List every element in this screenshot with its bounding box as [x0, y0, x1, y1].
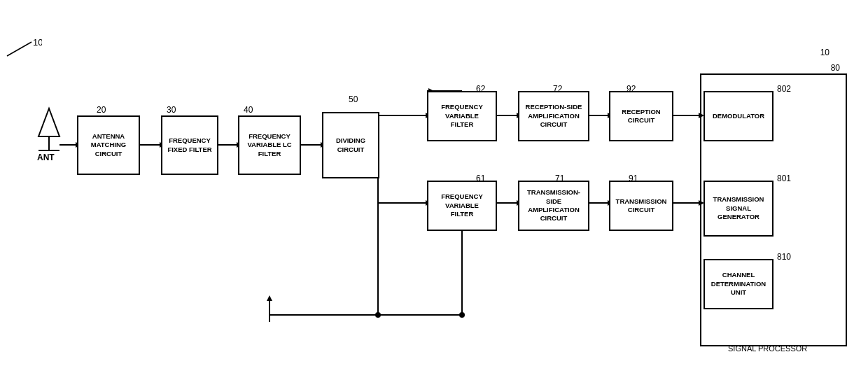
ref-10: 10	[820, 48, 830, 57]
freq-var-filter-61-block: FREQUENCYVARIABLEFILTER	[427, 181, 497, 231]
transmission-side-amp-block: TRANSMISSION-SIDEAMPLIFICATIONCIRCUIT	[518, 181, 589, 231]
svg-marker-37	[267, 295, 272, 301]
freq-var-filter-62-block: FREQUENCYVARIABLEFILTER	[427, 91, 497, 141]
reception-circuit-block: RECEPTIONCIRCUIT	[609, 91, 673, 141]
frequency-fixed-filter-block: FREQUENCYFIXED FILTER	[161, 115, 218, 175]
svg-marker-0	[38, 108, 59, 136]
ref-80: 80	[831, 63, 840, 73]
ref-30: 30	[167, 105, 176, 115]
ref-20: 20	[97, 105, 106, 115]
ant-label: ANT	[37, 153, 55, 162]
transmission-circuit-block: TRANSMISSIONCIRCUIT	[609, 181, 673, 231]
ref-802: 802	[777, 84, 791, 94]
ref-10-arrow: 10	[0, 38, 42, 59]
ref-801: 801	[777, 174, 791, 183]
reception-side-amp-block: RECEPTION-SIDEAMPLIFICATIONCIRCUIT	[518, 91, 589, 141]
signal-processor-label: SIGNAL PROCESSOR	[728, 344, 807, 353]
ref-50: 50	[349, 94, 358, 104]
svg-point-39	[459, 312, 465, 318]
channel-determination-block: CHANNELDETERMINATIONUNIT	[704, 259, 774, 309]
antenna-matching-block: ANTENNAMATCHINGCIRCUIT	[77, 115, 140, 175]
frequency-variable-lc-block: FREQUENCYVARIABLE LCFILTER	[238, 115, 301, 175]
svg-text:10: 10	[33, 38, 42, 48]
svg-line-44	[7, 42, 31, 56]
circuit-diagram: 10 ANT 20 ANTENNAMATCHINGCIRCUIT 30 FREQ…	[0, 0, 868, 387]
dividing-circuit-block: DIVIDINGCIRCUIT	[322, 112, 379, 178]
ref-810: 810	[777, 252, 791, 262]
transmission-signal-generator-block: TRANSMISSIONSIGNALGENERATOR	[704, 181, 774, 237]
ref-40: 40	[244, 105, 253, 115]
demodulator-block: DEMODULATOR	[704, 91, 774, 141]
